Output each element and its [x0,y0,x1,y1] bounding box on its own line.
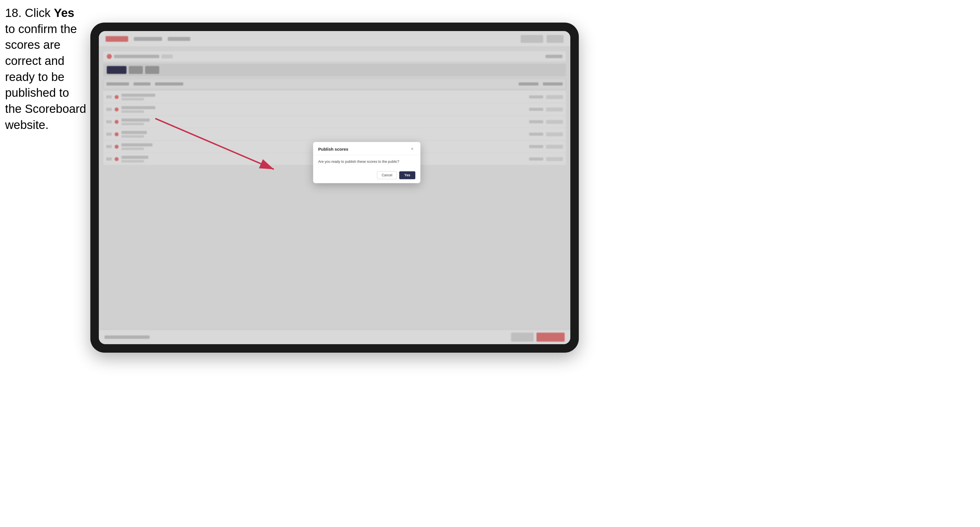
modal-body: Are you ready to publish these scores to… [313,155,420,168]
instruction-text-after: to confirm the scores are correct and re… [5,22,86,132]
modal-close-button[interactable]: × [409,146,415,152]
modal-header: Publish scores × [313,142,420,155]
instruction-text-before: Click [21,6,54,19]
cancel-button[interactable]: Cancel [377,171,397,179]
tablet-screen: Publish scores × Are you ready to publis… [99,31,570,344]
tablet-frame: Publish scores × Are you ready to publis… [90,22,579,352]
modal-overlay: Publish scores × Are you ready to publis… [99,31,570,344]
yes-button[interactable]: Yes [399,171,415,179]
instruction-bold: Yes [54,6,74,19]
instruction-number: 18. [5,6,21,19]
modal-footer: Cancel Yes [313,168,420,183]
modal-message: Are you ready to publish these scores to… [318,159,415,165]
modal-title: Publish scores [318,147,348,151]
publish-scores-dialog[interactable]: Publish scores × Are you ready to publis… [313,142,420,183]
instruction-text: 18. Click Yes to confirm the scores are … [5,5,87,133]
